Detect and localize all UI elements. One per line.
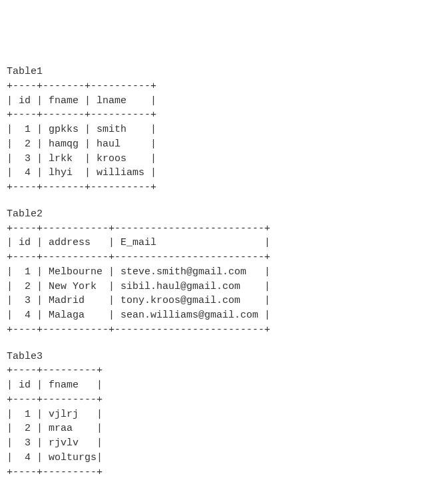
ascii-table-2: Table2 +----+-----------+---------------…: [7, 207, 423, 338]
ascii-tables-output: Table1 +----+-------+----------+ | id | …: [7, 65, 423, 479]
ascii-table-3: Table3 +----+---------+ | id | fname | +…: [7, 350, 423, 480]
ascii-table-1: Table1 +----+-------+----------+ | id | …: [7, 65, 423, 195]
